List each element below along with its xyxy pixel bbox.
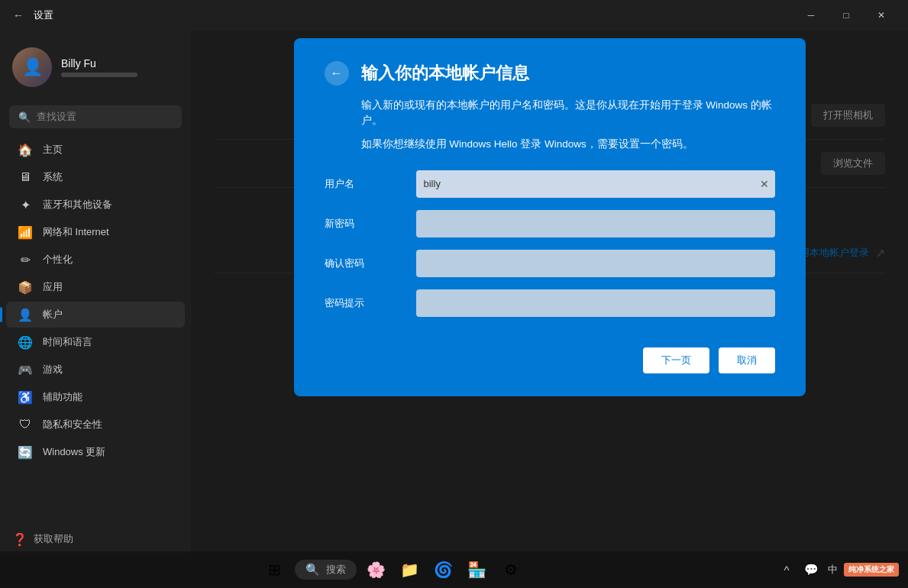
nav-bluetooth[interactable]: ✦ 蓝牙和其他设备 (6, 192, 185, 218)
home-icon: 🏠 (18, 143, 32, 157)
nav-accessibility-label: 辅助功能 (43, 390, 82, 404)
nav-apps-label: 应用 (43, 280, 63, 294)
password-hint-input-wrap (416, 289, 775, 317)
taskbar-edge-button[interactable]: 🌀 (430, 556, 457, 583)
title-bar-left: ← 设置 (9, 6, 53, 24)
help-text: 获取帮助 (34, 532, 73, 546)
search-box[interactable]: 🔍 查找设置 (9, 105, 182, 128)
password-hint-row: 密码提示 (325, 289, 775, 317)
user-name: Billy Fu (61, 57, 137, 69)
taskbar-right: ^ 💬 中 纯净系统之家 (776, 559, 899, 580)
taskbar-settings-button[interactable]: ⚙ (497, 556, 525, 583)
new-password-input[interactable] (416, 210, 775, 237)
language-indicator: 中 (825, 563, 841, 577)
confirm-password-row: 确认密码 (325, 250, 775, 277)
confirm-password-input-wrap (416, 250, 775, 277)
windows-icon: ⊞ (268, 561, 281, 579)
dialog-overlay: ← 输入你的本地帐户信息 输入新的或现有的本地帐户的用户名和密码。这是你从现在开… (191, 31, 908, 557)
back-button[interactable]: ← (9, 6, 27, 24)
user-bar (61, 73, 137, 77)
dialog-back-icon: ← (331, 66, 343, 80)
nav-updates[interactable]: 🔄 Windows 更新 (6, 439, 185, 465)
confirm-password-label: 确认密码 (325, 257, 416, 270)
nav-time[interactable]: 🌐 时间和语言 (6, 329, 185, 355)
dialog-description: 输入新的或现有的本地帐户的用户名和密码。这是你从现在开始用于登录 Windows… (325, 98, 775, 129)
nav-system-label: 系统 (43, 170, 63, 184)
username-label: 用户名 (325, 177, 416, 191)
search-icon: 🔍 (18, 111, 31, 123)
privacy-icon: 🛡 (18, 418, 32, 431)
store-icon: 🏪 (467, 561, 486, 579)
time-icon: 🌐 (18, 335, 32, 349)
dialog-header: ← 输入你的本地帐户信息 (325, 61, 775, 86)
nav-home[interactable]: 🏠 主页 (6, 137, 185, 163)
nav-personalize-label: 个性化 (43, 253, 73, 267)
password-hint-input[interactable] (416, 289, 775, 317)
settings-icon: ⚙ (504, 561, 518, 579)
nav-accounts[interactable]: 👤 帐户 (6, 302, 185, 328)
bluetooth-icon: ✦ (18, 198, 32, 212)
page-content: 打开照相机 浏览文件 改用本地帐户登录 ↗ ← (191, 31, 908, 557)
nav-system[interactable]: 🖥 系统 (6, 164, 185, 190)
help-icon: ❓ (12, 532, 27, 547)
confirm-password-input[interactable] (416, 250, 775, 277)
dialog-title: 输入你的本地帐户信息 (361, 62, 529, 85)
password-hint-label: 密码提示 (325, 296, 416, 310)
dialog-form: 用户名 ✕ 新密码 (325, 170, 775, 329)
taskbar-emoji-button[interactable]: 🌸 (363, 556, 390, 583)
nav-personalize[interactable]: ✏ 个性化 (6, 247, 185, 273)
next-button[interactable]: 下一页 (643, 347, 709, 373)
close-button[interactable]: ✕ (864, 3, 899, 27)
nav-privacy[interactable]: 🛡 隐私和安全性 (6, 412, 185, 438)
main-content: 👤 Billy Fu 🔍 查找设置 🏠 主页 🖥 系统 (0, 31, 908, 557)
taskbar-store-button[interactable]: 🏪 (464, 556, 491, 583)
username-clear-button[interactable]: ✕ (760, 178, 769, 190)
brand-badge: 纯净系统之家 (844, 563, 899, 577)
chevron-icon[interactable]: ^ (776, 559, 797, 580)
taskbar-search-box[interactable]: 🔍 搜索 (295, 560, 357, 580)
chat-icon[interactable]: 💬 (800, 559, 822, 580)
emoji-icon: 🌸 (367, 561, 386, 579)
help-bar[interactable]: ❓ 获取帮助 (0, 527, 191, 551)
nav-network-label: 网络和 Internet (43, 225, 109, 239)
search-placeholder: 查找设置 (37, 110, 76, 124)
system-icon: 🖥 (18, 170, 32, 184)
nav-privacy-label: 隐私和安全性 (43, 418, 102, 431)
window-title: 设置 (34, 8, 53, 22)
username-input-wrap: ✕ (416, 170, 775, 198)
nav-network[interactable]: 📶 网络和 Internet (6, 219, 185, 245)
personalize-icon: ✏ (18, 253, 32, 267)
nav-bluetooth-label: 蓝牙和其他设备 (43, 198, 112, 212)
apps-icon: 📦 (18, 280, 32, 294)
minimize-button[interactable]: ─ (793, 3, 829, 27)
windows-start-button[interactable]: ⊞ (261, 556, 289, 583)
maximize-button[interactable]: □ (829, 3, 864, 27)
nav-accessibility[interactable]: ♿ 辅助功能 (6, 384, 185, 410)
new-password-label: 新密码 (325, 217, 416, 231)
nav-gaming[interactable]: 🎮 游戏 (6, 357, 185, 383)
username-input[interactable] (416, 170, 775, 198)
title-bar: ← 设置 ─ □ ✕ (0, 0, 908, 31)
nav-accounts-label: 帐户 (43, 308, 63, 321)
updates-icon: 🔄 (18, 445, 32, 459)
dialog-hello-note: 如果你想继续使用 Windows Hello 登录 Windows，需要设置一个… (325, 137, 775, 152)
dialog-back-button[interactable]: ← (325, 61, 349, 86)
nav-time-label: 时间和语言 (43, 335, 92, 349)
window-controls: ─ □ ✕ (793, 3, 899, 27)
cancel-button[interactable]: 取消 (719, 347, 775, 373)
taskbar: ⊞ 🔍 搜索 🌸 📁 🌀 🏪 ⚙ ^ 💬 中 纯净系统之家 (0, 551, 908, 588)
files-icon: 📁 (400, 561, 419, 579)
taskbar-search-text: 搜索 (326, 563, 346, 577)
nav-gaming-label: 游戏 (43, 363, 63, 376)
new-password-input-wrap (416, 210, 775, 237)
nav-home-label: 主页 (43, 143, 63, 157)
dialog-footer: 下一页 取消 (325, 347, 775, 373)
user-profile[interactable]: 👤 Billy Fu (0, 38, 191, 96)
nav-updates-label: Windows 更新 (43, 445, 105, 459)
nav-apps[interactable]: 📦 应用 (6, 274, 185, 300)
taskbar-search-icon: 🔍 (305, 563, 320, 577)
brand-text: 纯净系统之家 (848, 565, 894, 573)
taskbar-files-button[interactable]: 📁 (396, 556, 424, 583)
taskbar-center: ⊞ 🔍 搜索 🌸 📁 🌀 🏪 ⚙ (9, 556, 776, 583)
local-account-dialog: ← 输入你的本地帐户信息 输入新的或现有的本地帐户的用户名和密码。这是你从现在开… (294, 38, 806, 396)
